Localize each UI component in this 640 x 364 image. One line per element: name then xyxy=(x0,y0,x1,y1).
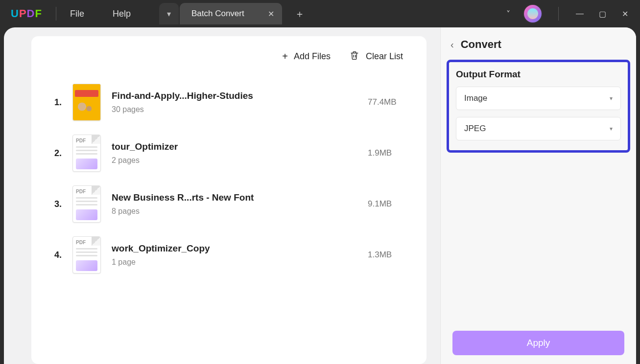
clear-list-label: Clear List xyxy=(366,51,403,62)
output-format-label: Output Format xyxy=(456,69,621,80)
chevron-down-icon: ▾ xyxy=(610,125,613,132)
row-number: 2. xyxy=(50,148,62,159)
file-row[interactable]: 3. PDF New Business R...rts - New Font 8… xyxy=(31,179,427,229)
file-thumbnail: PDF xyxy=(72,135,101,172)
menu-file[interactable]: File xyxy=(70,9,84,19)
chevron-down-icon: ▾ xyxy=(610,95,613,102)
plus-icon: + xyxy=(282,51,288,62)
file-size: 77.4MB xyxy=(368,97,427,107)
file-list-pane: + Add Files Clear List 1. Find-and-Apply xyxy=(4,27,440,364)
panel-header: ‹ Convert xyxy=(441,27,636,60)
panel-title: Convert xyxy=(461,38,501,51)
file-size: 1.9MB xyxy=(368,148,427,158)
apply-button[interactable]: Apply xyxy=(452,331,624,355)
back-button[interactable]: ‹ xyxy=(450,39,454,50)
tab-add-button[interactable]: ＋ xyxy=(289,7,310,21)
format-subtype-value: JPEG xyxy=(464,124,486,134)
window-maximize-button[interactable]: ▢ xyxy=(598,9,607,19)
row-number: 4. xyxy=(50,250,62,260)
row-number: 3. xyxy=(50,199,62,209)
add-files-button[interactable]: + Add Files xyxy=(282,51,331,62)
menu-help[interactable]: Help xyxy=(113,9,131,19)
file-meta: Find-and-Apply...Higher-Studies 30 pages xyxy=(112,91,357,114)
file-name: tour_Optimizer xyxy=(112,141,357,152)
user-avatar[interactable] xyxy=(524,5,542,23)
file-size: 1.3MB xyxy=(368,250,427,260)
clear-list-button[interactable]: Clear List xyxy=(349,50,403,63)
tab-close-button[interactable]: ✕ xyxy=(268,9,274,19)
window-minimize-button[interactable]: — xyxy=(575,9,584,18)
divider xyxy=(558,7,559,21)
file-name: New Business R...rts - New Font xyxy=(112,192,357,203)
titlebar-right: ˅ — ▢ ✕ xyxy=(506,5,640,23)
tab-title: Batch Convert xyxy=(191,9,244,19)
file-name: Find-and-Apply...Higher-Studies xyxy=(112,91,357,101)
app-logo: U P D F xyxy=(11,7,42,20)
titlebar: U P D F File Help ▾ Batch Convert ✕ ＋ ˅ … xyxy=(0,0,640,27)
file-thumbnail: PDF xyxy=(72,185,101,223)
file-pages: 8 pages xyxy=(112,207,357,216)
format-type-select[interactable]: Image ▾ xyxy=(456,87,621,110)
window-close-button[interactable]: ✕ xyxy=(620,9,629,19)
file-row[interactable]: 4. PDF work_Optimizer_Copy 1 page 1.3MB xyxy=(31,229,427,280)
file-name: work_Optimizer_Copy xyxy=(112,243,357,254)
file-row[interactable]: 2. PDF tour_Optimizer 2 pages 1.9MB xyxy=(31,128,427,179)
file-thumbnail: PDF xyxy=(72,236,101,273)
content-area: + Add Files Clear List 1. Find-and-Apply xyxy=(4,27,636,364)
divider xyxy=(56,7,56,21)
file-row[interactable]: 1. Find-and-Apply...Higher-Studies 30 pa… xyxy=(31,77,427,128)
file-list-card: + Add Files Clear List 1. Find-and-Apply xyxy=(31,36,427,364)
convert-panel: ‹ Convert Output Format Image ▾ JPEG ▾ A… xyxy=(440,27,636,364)
file-pages: 1 page xyxy=(112,258,357,267)
output-format-section: Output Format Image ▾ JPEG ▾ xyxy=(447,60,630,153)
file-pages: 2 pages xyxy=(112,156,357,165)
title-chevron-down-icon[interactable]: ˅ xyxy=(506,9,510,19)
add-files-label: Add Files xyxy=(294,51,331,62)
trash-icon xyxy=(349,50,360,63)
file-size: 9.1MB xyxy=(368,199,427,209)
chevron-down-icon: ▾ xyxy=(167,9,171,19)
format-subtype-select[interactable]: JPEG ▾ xyxy=(456,117,621,140)
tab-strip: ▾ Batch Convert ✕ ＋ xyxy=(159,0,310,27)
apply-bar: Apply xyxy=(452,331,624,355)
format-type-value: Image xyxy=(464,93,487,103)
tab-menu-dropdown[interactable]: ▾ xyxy=(159,3,179,24)
tab-batch-convert[interactable]: Batch Convert ✕ xyxy=(180,3,282,24)
file-toolbar: + Add Files Clear List xyxy=(31,36,427,77)
file-thumbnail xyxy=(72,84,101,121)
file-pages: 30 pages xyxy=(112,105,357,114)
row-number: 1. xyxy=(50,97,62,108)
